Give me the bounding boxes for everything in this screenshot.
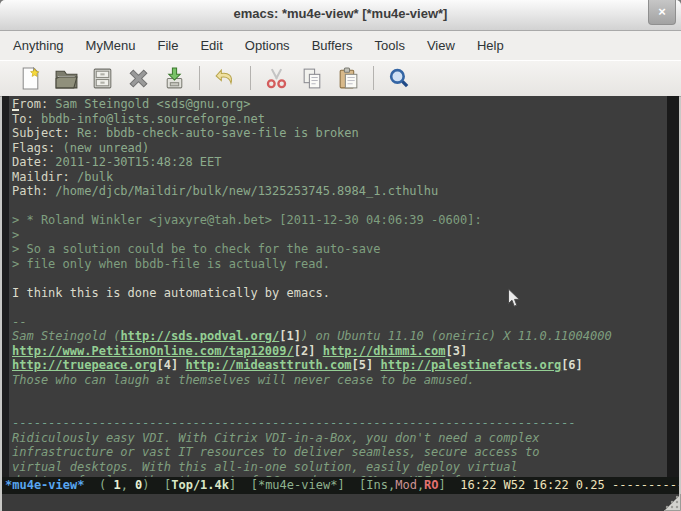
emacs-window: emacs: *mu4e-view* [*mu4e-view*] × Anyth… [0,0,681,511]
text-segment: [3] [446,344,468,358]
buffer-line: http://truepeace.org[4] http://mideasttr… [12,358,667,373]
open-file-icon [54,66,79,91]
copy-button[interactable] [295,63,329,93]
buffer-line: > file only when bbdb-file is actually r… [12,257,667,272]
new-file-button[interactable] [13,63,47,93]
title-bar[interactable]: emacs: *mu4e-view* [*mu4e-view*] × [0,0,681,31]
text-segment: Sam Steingold <sds@gnu.org> [48,97,250,111]
text-segment [315,344,322,358]
buffer-line: Subject: Re: bbdb-check-auto-save-file i… [12,126,667,141]
dired-button[interactable] [85,63,119,93]
buffer[interactable]: From: Sam Steingold <sds@gnu.org>To: bbd… [9,96,667,477]
url-link[interactable]: http://www.PetitionOnline.com/tap12009/ [12,344,294,358]
buffer-line: > * Roland Winkler <jvaxyre@tah.bet> [20… [12,213,667,228]
modeline-segment-buf: *mu4e-view* [5,478,84,492]
text-segment: [1] [279,329,301,343]
close-buffer-button[interactable] [121,63,155,93]
buffer-line: From: Sam Steingold <sds@gnu.org> [12,97,667,112]
save-buffer-icon [162,66,187,91]
text-segment: Flags: [12,141,55,155]
buffer-line: -- [12,315,667,330]
close-button[interactable]: × [648,0,676,25]
buffer-line: > So a solution could be to check for th… [12,242,667,257]
text-segment: Those who can laugh at themselves will n… [12,373,474,387]
copy-icon [300,66,325,91]
save-buffer-button[interactable] [157,63,191,93]
new-file-icon [18,66,43,91]
text-segment: Sam Steingold ( [12,329,120,343]
menu-item-mymenu[interactable]: MyMenu [75,33,147,58]
url-link[interactable]: http://sds.podval.org/ [120,329,279,343]
buffer-line [12,402,667,417]
text-segment: rom: [19,97,48,111]
url-link[interactable]: http://mideasttruth.com [185,358,351,372]
cut-button[interactable] [259,63,293,93]
buffer-line: http://www.PetitionOnline.com/tap12009/[… [12,344,667,359]
text-segment: bbdb-info@lists.sourceforge.net [34,112,265,126]
toolbar [0,60,681,97]
buffer-line: > [12,228,667,243]
text-segment: > So a solution could be to check for th… [12,242,380,256]
text-segment: Maildir: [12,170,70,184]
window-title: emacs: *mu4e-view* [*mu4e-view*] [0,6,681,21]
echo-area[interactable] [2,494,679,511]
undo-button[interactable] [208,63,242,93]
menu-item-file[interactable]: File [146,33,189,58]
text-segment: [4] [157,358,179,372]
paste-button[interactable] [331,63,365,93]
text-segment: -- [12,315,26,329]
text-segment: Date: [12,155,48,169]
buffer-line: Date: 2011-12-30T15:48:28 EET [12,155,667,170]
buffer-line: Those who can laugh at themselves will n… [12,373,667,388]
modeline-segment-mod: Mod [395,478,417,492]
text-segment: > [12,228,19,242]
dired-icon [90,66,115,91]
text-segment: Re: bbdb-check-auto-save-file is broken [70,126,359,140]
menu-item-view[interactable]: View [416,33,466,58]
text-segment: Path: [12,184,48,198]
editor-area: From: Sam Steingold <sds@gnu.org>To: bbd… [2,96,679,477]
resize-grip[interactable] [664,494,681,511]
text-segment: 2011-12-30T15:48:28 EET [48,155,221,169]
text-segment: /home/djcb/Maildir/bulk/new/1325253745.8… [48,184,438,198]
buffer-line [12,271,667,286]
text-segment [373,358,380,372]
close-icon: × [658,4,666,19]
buffer-line: Maildir: /bulk [12,170,667,185]
menu-item-edit[interactable]: Edit [189,33,233,58]
text-segment: ----------------------------------------… [12,416,576,430]
mouse-cursor [507,288,522,313]
undo-icon [213,66,238,91]
buffer-line: Path: /home/djcb/Maildir/bulk/new/132525… [12,184,667,199]
text-segment: [6] [561,358,583,372]
buffer-line [12,199,667,214]
search-button[interactable] [382,63,416,93]
modeline-segment-grn: ( [84,478,113,492]
url-link[interactable]: http://truepeace.org [12,358,157,372]
menu-bar: AnythingMyMenuFileEditOptionsBuffersTool… [0,31,681,60]
menu-item-help[interactable]: Help [466,33,515,58]
toolbar-separator [199,66,200,90]
buffer-line: ----------------------------------------… [12,416,667,431]
url-link[interactable]: http://dhimmi.com [323,344,446,358]
modeline-segment-time: ------------------------ [612,478,679,492]
text-segment: [5] [352,358,374,372]
buffer-line: virtual desktops. With this all-in-one s… [12,460,667,475]
mode-line[interactable]: *mu4e-view* ( 1, 0) [Top/1.4k] [*mu4e-vi… [2,477,679,494]
modeline-segment-ro: RO [424,478,438,492]
text-segment: Subject: [12,126,70,140]
menu-item-options[interactable]: Options [234,33,301,58]
buffer-line: Flags: (new unread) [12,141,667,156]
menu-item-buffers[interactable]: Buffers [301,33,364,58]
text-segment: ) on Ubuntu 11.10 (oneiric) X 11.0.11004… [301,329,612,343]
scrollbar[interactable] [667,96,679,477]
modeline-segment-time: 16:22 W52 16:22 0.25 [460,478,612,492]
open-file-button[interactable] [49,63,83,93]
text-segment: > file only when bbdb-file is actually r… [12,257,330,271]
text-segment: infrastructure or vast IT resources to d… [12,445,539,459]
menu-item-anything[interactable]: Anything [2,33,75,58]
url-link[interactable]: http://palestinefacts.org [381,358,562,372]
cut-icon [264,66,289,91]
modeline-segment-grn: , [121,478,135,492]
menu-item-tools[interactable]: Tools [364,33,416,58]
